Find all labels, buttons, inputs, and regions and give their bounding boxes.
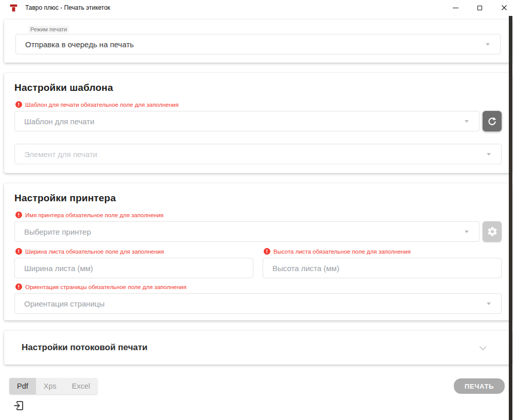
template-select-row: Шаблон для печати: [14, 111, 502, 131]
printer-select[interactable]: Выберите принтер: [14, 221, 480, 242]
print-mode-label: Режим печати: [28, 26, 69, 33]
exclamation-circle-icon: !: [15, 101, 22, 108]
tab-pdf[interactable]: Pdf: [9, 378, 36, 394]
printer-settings-card: Настройки принтера ! Имя принтера обязат…: [4, 183, 512, 320]
exit-button[interactable]: [12, 399, 25, 412]
sheet-width-group: ! Ширина листа обязательное поле для зап…: [14, 248, 253, 278]
printer-select-row: Выберите принтер: [14, 221, 502, 242]
print-mode-card: Режим печати Отправка в очередь на печат…: [4, 20, 512, 63]
login-arrow-icon: [12, 399, 25, 412]
template-error: ! Шаблон для печати обязательное поле дл…: [15, 101, 502, 108]
stream-print-expander[interactable]: Настройки потоковой печати: [4, 331, 512, 365]
chevron-down-icon: [487, 302, 491, 305]
printer-settings-button[interactable]: [483, 221, 502, 242]
titlebar: Тавро плюс - Печать этикеток: [0, 0, 516, 15]
maximize-icon: [477, 6, 482, 10]
chevron-down-icon: [480, 343, 486, 350]
window-controls: [444, 0, 516, 15]
exit-row: [4, 394, 512, 412]
output-format-tabs: Pdf Xps Excel: [9, 378, 98, 394]
template-error-text: Шаблон для печати обязательное поле для …: [25, 102, 178, 108]
tab-xps[interactable]: Xps: [36, 378, 64, 394]
sheet-width-error: ! Ширина листа обязательное поле для зап…: [15, 248, 253, 255]
gear-icon: [487, 226, 498, 237]
exclamation-circle-icon: !: [264, 248, 270, 255]
printer-select-placeholder: Выберите принтер: [24, 227, 91, 236]
refresh-icon: [487, 116, 497, 127]
sheet-height-error: ! Высота листа обязательное поле для зап…: [264, 248, 502, 255]
sheet-width-error-text: Ширина листа обязательное поле для запол…: [25, 249, 164, 255]
template-select-placeholder: Шаблон для печати: [24, 117, 95, 126]
close-icon: [501, 5, 507, 11]
printer-name-error: ! Имя принтера обязательное поле для зап…: [15, 212, 502, 218]
scrollbar[interactable]: [509, 16, 512, 420]
printer-name-error-text: Имя принтера обязательное поле для запол…: [25, 212, 163, 218]
sheet-height-input[interactable]: [263, 258, 502, 278]
chevron-down-icon: [465, 120, 469, 123]
footer-bar: Pdf Xps Excel ПЕЧАТЬ: [4, 378, 512, 394]
sheet-height-group: ! Высота листа обязательное поле для зап…: [263, 248, 502, 278]
tab-excel[interactable]: Excel: [64, 378, 98, 394]
template-settings-heading: Настройки шаблона: [14, 82, 502, 93]
minimize-icon: [453, 8, 458, 8]
exclamation-circle-icon: !: [15, 212, 22, 218]
close-button[interactable]: [492, 0, 516, 15]
exclamation-circle-icon: !: [15, 248, 22, 255]
stream-print-heading: Настройки потоковой печати: [22, 342, 148, 353]
tavro-t-logo-icon: [9, 4, 18, 12]
print-mode-select[interactable]: Отправка в очередь на печать: [15, 34, 501, 54]
main-content: Режим печати Отправка в очередь на печат…: [0, 15, 516, 412]
print-mode-value: Отправка в очередь на печать: [25, 40, 134, 49]
template-settings-card: Настройки шаблона ! Шаблон для печати об…: [4, 73, 512, 173]
chevron-down-icon: [487, 153, 491, 156]
sheet-height-error-text: Высота листа обязательное поле для запол…: [273, 249, 411, 255]
orientation-error-text: Ориентация страницы обязательное поле дл…: [25, 284, 187, 290]
orientation-select[interactable]: Ориентация страницы: [14, 293, 502, 314]
chevron-down-icon: [465, 231, 469, 233]
window-title: Тавро плюс - Печать этикеток: [25, 4, 110, 11]
element-select-placeholder: Элемент для печати: [24, 150, 97, 159]
sheet-width-input[interactable]: [14, 258, 253, 278]
print-button[interactable]: ПЕЧАТЬ: [454, 378, 505, 394]
minimize-button[interactable]: [444, 0, 468, 15]
maximize-button[interactable]: [468, 0, 492, 15]
template-select[interactable]: Шаблон для печати: [14, 111, 480, 131]
printer-settings-heading: Настройки принтера: [14, 193, 502, 204]
chevron-down-icon: [486, 43, 490, 46]
exclamation-circle-icon: !: [15, 283, 22, 290]
orientation-select-placeholder: Ориентация страницы: [24, 299, 104, 308]
element-select[interactable]: Элемент для печати: [14, 144, 502, 164]
orientation-error: ! Ориентация страницы обязательное поле …: [15, 283, 502, 290]
sheet-size-row: ! Ширина листа обязательное поле для зап…: [14, 248, 502, 278]
refresh-templates-button[interactable]: [483, 111, 502, 131]
